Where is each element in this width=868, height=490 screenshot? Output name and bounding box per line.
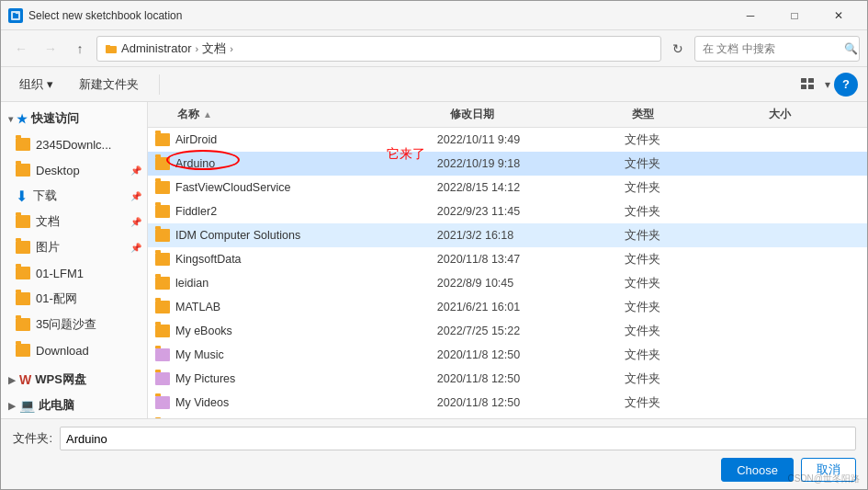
col-header-type[interactable]: 类型 (632, 107, 769, 122)
table-row[interactable]: My eBooks 2022/7/25 15:22 文件夹 (148, 319, 867, 343)
table-row[interactable]: IDM Computer Solutions 2021/3/2 16:18 文件… (148, 223, 867, 247)
filename-input[interactable] (60, 427, 856, 450)
file-name-cell: Arduino (155, 157, 437, 170)
svg-rect-5 (801, 78, 806, 83)
folder-icon (155, 301, 170, 313)
file-name: KingsoftData (175, 253, 242, 266)
sidebar-item-download[interactable]: Download (1, 337, 147, 363)
main-content: ▾ ★ 快速访问 2345Downlc... Desktop 📌 ⬇ 下载 📌 … (1, 102, 867, 418)
file-date-cell: 2022/8/15 14:12 (437, 181, 626, 194)
file-name: Fiddler2 (175, 205, 217, 218)
help-button[interactable]: ? (834, 73, 858, 97)
file-type-cell: 文件夹 (625, 324, 765, 339)
computer-icon: 💻 (19, 398, 35, 413)
table-row[interactable]: My Videos 2020/11/8 12:50 文件夹 (148, 391, 867, 415)
toolbar-right: ▾ ? (795, 72, 858, 97)
table-row[interactable]: qq_guild 2022/9/29 8:40 文件夹 (148, 415, 867, 418)
quick-access-icon: ★ (17, 112, 28, 126)
file-type-cell: 文件夹 (625, 180, 765, 196)
table-row[interactable]: My Pictures 2020/11/8 12:50 文件夹 (148, 367, 867, 391)
file-type-cell: 文件夹 (625, 132, 765, 148)
file-name-cell: FastViewCloudService (155, 181, 437, 194)
sidebar-computer[interactable]: ▶ 💻 此电脑 (1, 393, 147, 418)
maximize-button[interactable]: □ (773, 2, 816, 29)
search-input[interactable] (703, 42, 840, 55)
sidebar-item-lfm1[interactable]: 01-LFM1 (1, 260, 147, 286)
sidebar-label-2345: 2345Downlc... (36, 138, 111, 152)
folder-icon-download (16, 344, 30, 357)
computer-arrow: ▶ (8, 401, 16, 411)
toolbar-separator (159, 74, 160, 95)
file-name: My Videos (175, 396, 229, 409)
file-name-cell: AirDroid (155, 133, 437, 146)
sidebar-label-pictures: 图片 (36, 239, 60, 256)
forward-button[interactable]: → (38, 36, 63, 62)
file-type-cell: 文件夹 (625, 395, 765, 411)
file-area: 名称 ▲ 修改日期 类型 大小 AirDroid 2022/10/11 9:49… (148, 102, 867, 418)
pin-icon: 📌 (130, 165, 141, 176)
file-name: My eBooks (175, 325, 232, 337)
table-row[interactable]: My Music 2020/11/8 12:50 文件夹 (148, 343, 867, 367)
table-row[interactable]: leidian 2022/8/9 10:45 文件夹 (148, 271, 867, 295)
col-header-size[interactable]: 大小 (769, 107, 860, 122)
up-button[interactable]: ↑ (67, 36, 93, 62)
sidebar-label-lfm1: 01-LFM1 (36, 267, 84, 280)
sidebar: ▾ ★ 快速访问 2345Downlc... Desktop 📌 ⬇ 下载 📌 … (1, 102, 148, 418)
table-row[interactable]: KingsoftData 2020/11/8 13:47 文件夹 (148, 247, 867, 271)
file-date-cell: 2021/6/21 16:01 (437, 301, 626, 313)
file-name: leidian (175, 277, 209, 290)
refresh-button[interactable]: ↻ (665, 36, 691, 62)
back-button[interactable]: ← (8, 36, 34, 62)
file-type-cell: 文件夹 (625, 228, 765, 244)
sidebar-item-docs[interactable]: 文档 📌 (1, 209, 147, 234)
file-type-cell: 文件夹 (625, 252, 765, 268)
choose-button[interactable]: Choose (721, 458, 794, 482)
filename-row: 文件夹: (12, 427, 856, 450)
sidebar-quick-access: ▾ ★ 快速访问 (1, 106, 147, 131)
file-name-cell: Fiddler2 (155, 205, 437, 218)
svg-rect-4 (106, 45, 110, 47)
sidebar-item-desktop[interactable]: Desktop 📌 (1, 157, 147, 183)
file-list: AirDroid 2022/10/11 9:49 文件夹 Arduino 202… (148, 128, 867, 418)
svg-rect-7 (801, 85, 806, 89)
file-name: My Pictures (175, 372, 235, 385)
folder-icon (155, 181, 170, 194)
wps-icon: W (19, 372, 31, 387)
view-dropdown-arrow: ▾ (825, 78, 830, 91)
col-header-date[interactable]: 修改日期 (450, 107, 632, 122)
sidebar-label-35: 35问题沙查 (36, 316, 96, 333)
address-path[interactable]: Administrator › 文档 › (96, 36, 661, 62)
sort-arrow: ▲ (203, 109, 212, 120)
file-name-cell: KingsoftData (155, 253, 437, 266)
file-date-cell: 2020/11/8 12:50 (437, 396, 626, 409)
sidebar-item-downloads[interactable]: ⬇ 下载 📌 (1, 183, 147, 209)
table-row[interactable]: AirDroid 2022/10/11 9:49 文件夹 (148, 128, 867, 152)
button-row: Choose 取消 (12, 458, 856, 482)
close-button[interactable]: ✕ (817, 2, 860, 29)
file-date-cell: 2020/11/8 12:50 (437, 348, 626, 361)
sidebar-item-35[interactable]: 35问题沙查 (1, 312, 147, 337)
sidebar-label-desktop: Desktop (36, 164, 80, 177)
sidebar-label-download: Download (36, 344, 89, 358)
organize-button[interactable]: 组织 ▾ (10, 72, 62, 97)
cancel-button[interactable]: 取消 (801, 458, 856, 482)
folder-icon-35 (16, 318, 30, 331)
sidebar-item-network[interactable]: 01-配网 (1, 286, 147, 312)
table-row[interactable]: Fiddler2 2022/9/23 11:45 文件夹 (148, 199, 867, 223)
view-button[interactable] (795, 72, 821, 97)
search-box[interactable]: 🔍 (694, 36, 860, 62)
sidebar-item-pictures[interactable]: 图片 📌 (1, 234, 147, 260)
table-row[interactable]: Arduino 2022/10/19 9:18 文件夹 (148, 152, 867, 176)
table-row[interactable]: FastViewCloudService 2022/8/15 14:12 文件夹 (148, 176, 867, 199)
computer-label: 此电脑 (39, 397, 74, 414)
sidebar-item-2345[interactable]: 2345Downlc... (1, 131, 147, 157)
path-docs: 文档 (202, 40, 226, 57)
col-header-name[interactable]: 名称 ▲ (155, 107, 450, 122)
search-icon: 🔍 (844, 42, 858, 55)
new-folder-button[interactable]: 新建文件夹 (70, 72, 148, 97)
file-name-cell: My Pictures (155, 372, 437, 385)
table-row[interactable]: MATLAB 2021/6/21 16:01 文件夹 (148, 295, 867, 319)
sidebar-wps[interactable]: ▶ W WPS网盘 (1, 367, 147, 393)
minimize-button[interactable]: ─ (729, 2, 772, 29)
file-name-cell: My eBooks (155, 325, 437, 337)
